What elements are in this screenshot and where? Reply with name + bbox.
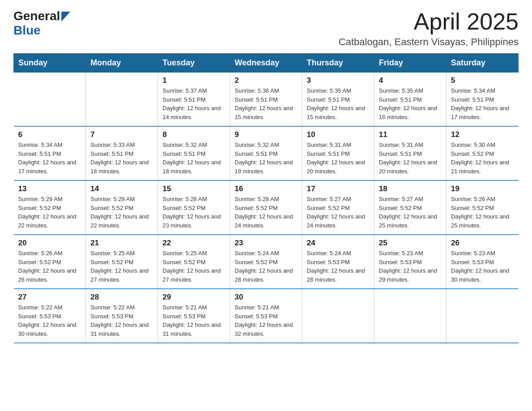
calendar-cell: 8Sunrise: 5:32 AMSunset: 5:51 PMDaylight… (158, 126, 230, 180)
day-number: 7 (90, 130, 153, 139)
day-info: Sunrise: 5:29 AMSunset: 5:52 PMDaylight:… (90, 195, 153, 230)
calendar-cell: 20Sunrise: 5:26 AMSunset: 5:52 PMDayligh… (14, 235, 86, 289)
calendar-cell: 25Sunrise: 5:23 AMSunset: 5:53 PMDayligh… (374, 235, 446, 289)
day-number: 28 (90, 293, 153, 302)
day-info: Sunrise: 5:31 AMSunset: 5:51 PMDaylight:… (307, 141, 369, 176)
calendar-cell: 12Sunrise: 5:30 AMSunset: 5:52 PMDayligh… (446, 126, 519, 180)
weekday-header-tuesday: Tuesday (158, 54, 230, 73)
day-info: Sunrise: 5:27 AMSunset: 5:52 PMDaylight:… (379, 195, 442, 230)
day-number: 9 (235, 130, 297, 139)
calendar-cell: 29Sunrise: 5:21 AMSunset: 5:53 PMDayligh… (158, 289, 230, 343)
calendar-week-row: 13Sunrise: 5:29 AMSunset: 5:52 PMDayligh… (14, 180, 519, 235)
calendar-header: SundayMondayTuesdayWednesdayThursdayFrid… (14, 54, 519, 73)
calendar-cell: 15Sunrise: 5:28 AMSunset: 5:52 PMDayligh… (158, 180, 230, 235)
day-number: 5 (451, 76, 514, 85)
day-info: Sunrise: 5:21 AMSunset: 5:53 PMDaylight:… (235, 303, 297, 338)
day-info: Sunrise: 5:25 AMSunset: 5:52 PMDaylight:… (90, 249, 153, 284)
day-number: 16 (235, 184, 297, 193)
day-info: Sunrise: 5:32 AMSunset: 5:51 PMDaylight:… (235, 141, 297, 176)
day-number: 17 (307, 184, 369, 193)
day-info: Sunrise: 5:23 AMSunset: 5:53 PMDaylight:… (379, 249, 442, 284)
calendar-week-row: 6Sunrise: 5:34 AMSunset: 5:51 PMDaylight… (14, 126, 519, 180)
calendar-cell: 4Sunrise: 5:35 AMSunset: 5:51 PMDaylight… (374, 73, 446, 127)
calendar-cell: 30Sunrise: 5:21 AMSunset: 5:53 PMDayligh… (230, 289, 302, 343)
calendar-cell: 10Sunrise: 5:31 AMSunset: 5:51 PMDayligh… (302, 126, 374, 180)
day-number: 22 (163, 239, 225, 248)
calendar-cell: 1Sunrise: 5:37 AMSunset: 5:51 PMDaylight… (158, 73, 230, 127)
day-info: Sunrise: 5:25 AMSunset: 5:52 PMDaylight:… (163, 249, 225, 284)
day-number: 2 (235, 76, 297, 85)
calendar-cell (302, 289, 374, 343)
day-number: 24 (307, 239, 369, 248)
day-info: Sunrise: 5:21 AMSunset: 5:53 PMDaylight:… (163, 303, 225, 338)
logo-blue-text: Blue (13, 23, 41, 37)
calendar-week-row: 1Sunrise: 5:37 AMSunset: 5:51 PMDaylight… (14, 73, 519, 127)
day-number: 23 (235, 239, 297, 248)
day-info: Sunrise: 5:34 AMSunset: 5:51 PMDaylight:… (18, 141, 82, 176)
calendar-cell (374, 289, 446, 343)
calendar-week-row: 27Sunrise: 5:22 AMSunset: 5:53 PMDayligh… (14, 289, 519, 343)
day-info: Sunrise: 5:35 AMSunset: 5:51 PMDaylight:… (307, 86, 369, 121)
calendar-cell: 11Sunrise: 5:31 AMSunset: 5:51 PMDayligh… (374, 126, 446, 180)
weekday-header-sunday: Sunday (14, 54, 86, 73)
day-number: 14 (90, 184, 153, 193)
calendar-cell: 17Sunrise: 5:27 AMSunset: 5:52 PMDayligh… (302, 180, 374, 235)
day-number: 25 (379, 239, 442, 248)
calendar-cell: 14Sunrise: 5:29 AMSunset: 5:52 PMDayligh… (86, 180, 158, 235)
header: General Blue April 2025 Catbalogan, East… (13, 9, 519, 48)
day-info: Sunrise: 5:34 AMSunset: 5:51 PMDaylight:… (451, 86, 514, 121)
calendar-cell (446, 289, 519, 343)
day-number: 29 (163, 293, 225, 302)
calendar-cell: 23Sunrise: 5:24 AMSunset: 5:52 PMDayligh… (230, 235, 302, 289)
calendar-cell: 18Sunrise: 5:27 AMSunset: 5:52 PMDayligh… (374, 180, 446, 235)
weekday-header-thursday: Thursday (302, 54, 374, 73)
calendar-cell: 9Sunrise: 5:32 AMSunset: 5:51 PMDaylight… (230, 126, 302, 180)
day-info: Sunrise: 5:28 AMSunset: 5:52 PMDaylight:… (235, 195, 297, 230)
calendar-cell (14, 73, 86, 127)
calendar-cell: 28Sunrise: 5:22 AMSunset: 5:53 PMDayligh… (86, 289, 158, 343)
calendar-cell: 21Sunrise: 5:25 AMSunset: 5:52 PMDayligh… (86, 235, 158, 289)
calendar-cell: 22Sunrise: 5:25 AMSunset: 5:52 PMDayligh… (158, 235, 230, 289)
calendar-cell: 19Sunrise: 5:26 AMSunset: 5:52 PMDayligh… (446, 180, 519, 235)
day-number: 30 (235, 293, 297, 302)
day-number: 6 (18, 130, 82, 139)
weekday-header-saturday: Saturday (446, 54, 519, 73)
day-info: Sunrise: 5:27 AMSunset: 5:52 PMDaylight:… (307, 195, 369, 230)
weekday-header-wednesday: Wednesday (230, 54, 302, 73)
day-info: Sunrise: 5:28 AMSunset: 5:52 PMDaylight:… (163, 195, 225, 230)
day-info: Sunrise: 5:26 AMSunset: 5:52 PMDaylight:… (451, 195, 514, 230)
calendar-cell: 7Sunrise: 5:33 AMSunset: 5:51 PMDaylight… (86, 126, 158, 180)
day-number: 19 (451, 184, 514, 193)
day-info: Sunrise: 5:32 AMSunset: 5:51 PMDaylight:… (163, 141, 225, 176)
logo-general-text: General (13, 9, 60, 23)
svg-marker-0 (61, 12, 70, 21)
day-info: Sunrise: 5:30 AMSunset: 5:52 PMDaylight:… (451, 141, 514, 176)
day-info: Sunrise: 5:29 AMSunset: 5:52 PMDaylight:… (18, 195, 82, 230)
calendar-cell: 13Sunrise: 5:29 AMSunset: 5:52 PMDayligh… (14, 180, 86, 235)
day-number: 4 (379, 76, 442, 85)
day-info: Sunrise: 5:22 AMSunset: 5:53 PMDaylight:… (18, 303, 82, 338)
calendar-body: 1Sunrise: 5:37 AMSunset: 5:51 PMDaylight… (14, 73, 519, 343)
day-info: Sunrise: 5:35 AMSunset: 5:51 PMDaylight:… (379, 86, 442, 121)
calendar-cell: 3Sunrise: 5:35 AMSunset: 5:51 PMDaylight… (302, 73, 374, 127)
day-info: Sunrise: 5:22 AMSunset: 5:53 PMDaylight:… (90, 303, 153, 338)
calendar-week-row: 20Sunrise: 5:26 AMSunset: 5:52 PMDayligh… (14, 235, 519, 289)
day-number: 1 (163, 76, 225, 85)
day-info: Sunrise: 5:24 AMSunset: 5:53 PMDaylight:… (307, 249, 369, 284)
day-info: Sunrise: 5:37 AMSunset: 5:51 PMDaylight:… (163, 86, 225, 121)
logo-arrow-icon (61, 12, 70, 21)
day-number: 15 (163, 184, 225, 193)
day-info: Sunrise: 5:31 AMSunset: 5:51 PMDaylight:… (379, 141, 442, 176)
calendar-table: SundayMondayTuesdayWednesdayThursdayFrid… (13, 53, 519, 343)
weekday-header-row: SundayMondayTuesdayWednesdayThursdayFrid… (14, 54, 519, 73)
day-info: Sunrise: 5:33 AMSunset: 5:51 PMDaylight:… (90, 141, 153, 176)
day-number: 12 (451, 130, 514, 139)
day-number: 10 (307, 130, 369, 139)
title-area: April 2025 Catbalogan, Eastern Visayas, … (339, 9, 519, 48)
day-number: 18 (379, 184, 442, 193)
day-number: 20 (18, 239, 82, 248)
day-info: Sunrise: 5:26 AMSunset: 5:52 PMDaylight:… (18, 249, 82, 284)
weekday-header-friday: Friday (374, 54, 446, 73)
day-number: 21 (90, 239, 153, 248)
weekday-header-monday: Monday (86, 54, 158, 73)
